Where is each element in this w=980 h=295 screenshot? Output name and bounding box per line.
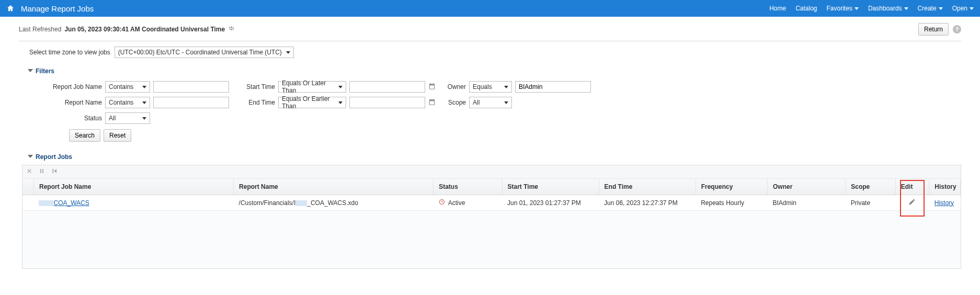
- report-jobs-section-toggle[interactable]: Report Jobs: [29, 153, 961, 161]
- col-scope[interactable]: Scope: [846, 179, 896, 195]
- help-icon[interactable]: ?: [953, 25, 961, 33]
- col-status[interactable]: Status: [434, 179, 502, 195]
- history-link[interactable]: History: [935, 199, 954, 207]
- status-label: Status: [29, 115, 105, 122]
- end-time-input[interactable]: [349, 97, 425, 108]
- report-jobs-panel: Report Job Name Report Name Status Start…: [22, 165, 961, 269]
- clock-icon: [439, 199, 445, 207]
- nav-favorites[interactable]: Favorites: [827, 5, 859, 12]
- owner-op-select[interactable]: Equals: [469, 81, 512, 93]
- col-edit[interactable]: Edit: [895, 179, 929, 195]
- cell-history: History: [929, 195, 961, 211]
- report-jobs-table: Report Job Name Report Name Status Start…: [22, 179, 961, 211]
- refresh-bar: Last Refreshed Jun 05, 2023 09:30:41 AM …: [19, 23, 961, 41]
- scope-select[interactable]: All: [469, 97, 512, 108]
- caret-down-icon: [904, 7, 908, 10]
- col-start-time[interactable]: Start Time: [502, 179, 599, 195]
- report-name-label: Report Name: [29, 99, 105, 106]
- disclosure-triangle-icon: [28, 155, 33, 158]
- report-job-name-op-select[interactable]: Contains: [105, 81, 150, 93]
- home-icon[interactable]: [6, 4, 15, 13]
- nav-dashboards[interactable]: Dashboards: [868, 5, 908, 12]
- pencil-icon[interactable]: [908, 200, 916, 207]
- report-job-name-input[interactable]: [153, 81, 229, 93]
- resume-icon[interactable]: [51, 167, 58, 176]
- last-refreshed-label: Last Refreshed: [19, 26, 61, 33]
- report-name-op-select[interactable]: Contains: [105, 97, 150, 108]
- col-history[interactable]: History: [929, 179, 961, 195]
- table-row[interactable]: COA_WACS /Custom/Financials/I_COA_WACS.x…: [22, 195, 961, 211]
- pause-icon[interactable]: [38, 167, 45, 176]
- disclosure-triangle-icon: [28, 69, 33, 72]
- page-title: Manage Report Jobs: [21, 4, 94, 13]
- refresh-icon[interactable]: [228, 25, 235, 34]
- status-select[interactable]: All: [105, 112, 150, 124]
- calendar-icon[interactable]: [428, 98, 436, 107]
- cell-frequency: Repeats Hourly: [696, 195, 767, 211]
- reset-button[interactable]: Reset: [104, 129, 131, 142]
- owner-label: Owner: [445, 83, 466, 90]
- cell-status: Active: [434, 195, 502, 211]
- timezone-label: Select time zone to view jobs: [29, 49, 110, 56]
- cell-edit: [895, 195, 929, 211]
- start-time-input[interactable]: [349, 81, 425, 93]
- cell-end-time: Jun 06, 2023 12:27:37 PM: [599, 195, 696, 211]
- col-frequency[interactable]: Frequency: [696, 179, 767, 195]
- timezone-select[interactable]: (UTC+00:00) Etc/UTC - Coordinated Univer…: [115, 47, 294, 58]
- scope-label: Scope: [445, 99, 466, 106]
- end-time-op-select[interactable]: Equals Or Earlier Than: [278, 97, 346, 108]
- start-time-label: Start Time: [246, 83, 275, 90]
- job-name-link[interactable]: COA_WACS: [53, 199, 89, 207]
- redacted-prefix: [39, 200, 53, 206]
- return-button[interactable]: Return: [918, 23, 949, 36]
- caret-down-icon: [970, 7, 974, 10]
- col-job-name[interactable]: Report Job Name: [33, 179, 233, 195]
- calendar-icon[interactable]: [428, 83, 436, 92]
- top-navbar: Manage Report Jobs Home Catalog Favorite…: [0, 0, 980, 17]
- owner-input[interactable]: [515, 81, 591, 93]
- report-job-name-label: Report Job Name: [29, 83, 105, 90]
- col-end-time[interactable]: End Time: [599, 179, 696, 195]
- caret-down-icon: [854, 7, 859, 10]
- nav-open[interactable]: Open: [952, 5, 974, 12]
- redacted-segment: [295, 200, 307, 206]
- cell-report-name: /Custom/Financials/I_COA_WACS.xdo: [234, 195, 434, 211]
- cell-owner: BIAdmin: [767, 195, 845, 211]
- filters-panel: Report Job Name Contains Start Time Equa…: [29, 81, 961, 124]
- nav-catalog[interactable]: Catalog: [795, 5, 817, 12]
- nav-create[interactable]: Create: [918, 5, 943, 12]
- col-select: [22, 179, 33, 195]
- col-owner[interactable]: Owner: [767, 179, 845, 195]
- end-time-label: End Time: [246, 99, 275, 106]
- last-refreshed-time: Jun 05, 2023 09:30:41 AM Coordinated Uni…: [64, 26, 225, 33]
- nav-home[interactable]: Home: [769, 5, 786, 12]
- filters-section-toggle[interactable]: Filters: [29, 67, 961, 75]
- search-button[interactable]: Search: [69, 129, 100, 142]
- col-report-name[interactable]: Report Name: [234, 179, 434, 195]
- cell-start-time: Jun 01, 2023 01:27:37 PM: [502, 195, 599, 211]
- report-name-input[interactable]: [153, 97, 229, 108]
- cell-scope: Private: [846, 195, 896, 211]
- start-time-op-select[interactable]: Equals Or Later Than: [278, 81, 346, 93]
- cell-job-name: COA_WACS: [33, 195, 233, 211]
- caret-down-icon: [939, 7, 943, 10]
- timezone-row: Select time zone to view jobs (UTC+00:00…: [29, 47, 961, 58]
- delete-icon[interactable]: [26, 167, 33, 176]
